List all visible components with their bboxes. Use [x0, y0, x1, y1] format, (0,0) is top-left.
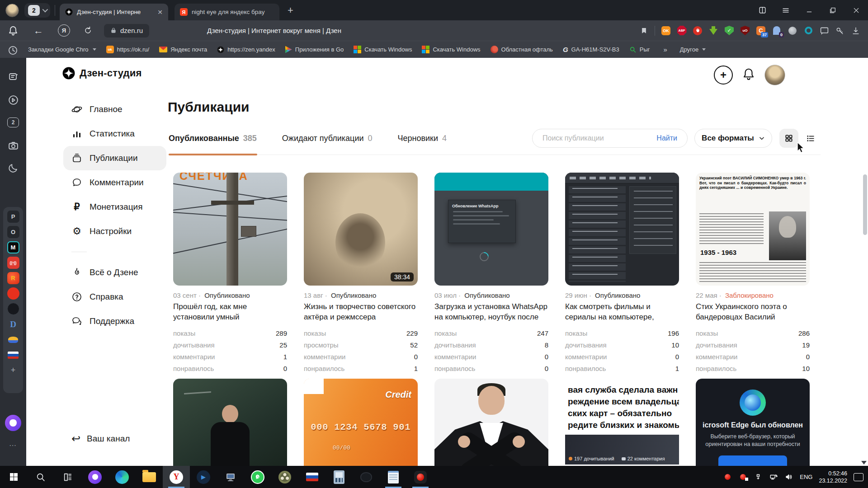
- pinned-site-bison[interactable]: [7, 333, 19, 346]
- video-play-icon[interactable]: [0, 94, 26, 106]
- formats-filter-dropdown[interactable]: Все форматы: [694, 129, 772, 148]
- tab-pending[interactable]: Ожидают публикации 0: [282, 134, 373, 143]
- ublock-origin-extension-icon[interactable]: uO: [740, 26, 750, 36]
- pinned-site-m[interactable]: M: [7, 241, 19, 253]
- downloads-icon[interactable]: [851, 26, 861, 36]
- publication-card[interactable]: [434, 379, 548, 466]
- tab-group-count[interactable]: 2: [28, 5, 40, 16]
- nav-item-help[interactable]: Справка: [63, 285, 166, 309]
- back-button[interactable]: ←: [33, 25, 43, 37]
- tab-zen-studio[interactable]: Дзен-студия | Интерне ✕: [60, 4, 168, 20]
- nav-item-settings[interactable]: ⚙ Настройки: [63, 219, 166, 244]
- overflow-chevron[interactable]: »: [664, 46, 667, 53]
- tab-group-chip[interactable]: 2: [24, 3, 50, 18]
- publication-title[interactable]: Стих Украинского поэта о бандеровцах Вас…: [696, 301, 810, 322]
- publication-thumbnail[interactable]: icrosoft Edge был обновлен Выберите веб-…: [696, 379, 810, 466]
- taskbar-explorer-button[interactable]: [136, 466, 163, 488]
- search-input[interactable]: Поиск публикации: [542, 134, 604, 142]
- task-view-button[interactable]: [54, 466, 81, 488]
- taskbar-calculator-button[interactable]: [326, 466, 353, 488]
- bookmark-windows-2[interactable]: Скачать Windows: [422, 46, 480, 53]
- notification-center-icon[interactable]: [854, 473, 863, 481]
- publication-thumbnail[interactable]: [565, 173, 679, 286]
- taskbar-alice-button[interactable]: [81, 466, 108, 488]
- publication-thumbnail[interactable]: [434, 379, 548, 466]
- publication-card[interactable]: 29 июн · Опубликовано Как смотреть фильм…: [565, 173, 679, 375]
- orange-c-extension-icon[interactable]: C37: [756, 26, 766, 36]
- taskbar-brain-button[interactable]: [353, 466, 380, 488]
- savefrom-extension-icon[interactable]: [708, 26, 718, 36]
- publication-thumbnail[interactable]: Украинский поэт ВАСИЛИЙ СИМОНЕНКО умер в…: [696, 173, 810, 286]
- pinned-site-ru-flag[interactable]: [7, 349, 19, 361]
- zen-studio-logo[interactable]: Дзен-студия: [62, 67, 142, 80]
- publication-card[interactable]: СЧЁТЧИКА 03 сент · Опубликовано Прошёл г…: [173, 173, 287, 375]
- tray-record-icon[interactable]: [723, 474, 732, 480]
- publication-card[interactable]: Обновление WhatsApp 03 июл · Опубликован…: [434, 173, 548, 375]
- maximize-button[interactable]: [821, 0, 844, 20]
- shield-check-extension-icon[interactable]: ✓: [724, 26, 734, 36]
- pinned-site-radio[interactable]: ((•)): [7, 257, 19, 269]
- publication-card[interactable]: вая служба сделала важн реждение всем вл…: [565, 379, 679, 466]
- new-tab-button[interactable]: +: [288, 5, 293, 16]
- taskbar-media-button[interactable]: [271, 466, 298, 488]
- taskbar-recorder-button[interactable]: [407, 466, 434, 488]
- bookmark-windows-1[interactable]: Скачать Windows: [354, 46, 412, 53]
- taskbar-computer-button[interactable]: [217, 466, 244, 488]
- sidebar-more-button[interactable]: ⋯: [0, 441, 26, 450]
- bookmarks-other-button[interactable]: Другое: [680, 46, 706, 53]
- cast-icon[interactable]: [819, 26, 829, 36]
- pinned-site-o[interactable]: O: [7, 226, 19, 238]
- reload-button[interactable]: [84, 26, 92, 35]
- ghostery-extension-icon[interactable]: 0: [772, 26, 782, 36]
- your-channel-link[interactable]: ↩ Ваш канал: [71, 434, 130, 444]
- feed-icon[interactable]: [0, 71, 26, 82]
- publication-thumbnail[interactable]: Credit 000 1234 5678 901 00/00: [304, 379, 418, 466]
- screenshot-icon[interactable]: [0, 140, 26, 151]
- pinned-site-d[interactable]: D: [7, 318, 19, 330]
- taskbar-flag-button[interactable]: [298, 466, 326, 488]
- browser-menu-button[interactable]: [774, 0, 797, 20]
- history-clock-icon[interactable]: [8, 45, 18, 57]
- bookmark-yandex-mail[interactable]: Яндекс почта: [159, 46, 207, 53]
- publication-thumbnail[interactable]: [173, 379, 287, 466]
- page-scrollbar-thumb[interactable]: [863, 174, 867, 235]
- bookmark-page-icon[interactable]: [639, 26, 649, 36]
- taskbar-clock[interactable]: 0:52:46 23.12.2022: [819, 470, 847, 484]
- nav-item-statistics[interactable]: Статистика: [63, 122, 166, 146]
- key-icon[interactable]: [835, 26, 845, 36]
- publication-thumbnail[interactable]: Обновление WhatsApp: [434, 173, 548, 286]
- alice-assistant-button[interactable]: [5, 415, 21, 431]
- tab-group-chevron-icon[interactable]: [42, 7, 48, 13]
- taskbar-player-button[interactable]: ▶: [190, 466, 217, 488]
- add-pinned-site-button[interactable]: +: [7, 364, 19, 376]
- publication-search[interactable]: Поиск публикации Найти: [532, 129, 688, 148]
- publication-card[interactable]: icrosoft Edge был обновлен Выберите веб-…: [696, 379, 810, 466]
- publication-card[interactable]: Credit 000 1234 5678 901 00/00: [304, 379, 418, 466]
- taskbar-search-button[interactable]: [27, 466, 54, 488]
- taskbar-notepad-button[interactable]: [380, 466, 407, 488]
- yandex-home-button[interactable]: Я: [58, 24, 70, 37]
- tab-close-icon[interactable]: ✕: [157, 9, 163, 16]
- adblock-plus-extension-icon[interactable]: ABP: [677, 26, 687, 36]
- pinned-site-brain[interactable]: [7, 303, 19, 315]
- zen-profile-avatar[interactable]: [764, 65, 785, 85]
- notifications-bell-icon[interactable]: [8, 25, 19, 38]
- keyboard-language[interactable]: ENG: [800, 474, 812, 480]
- search-submit-button[interactable]: Найти: [656, 134, 677, 142]
- volume-icon[interactable]: [784, 473, 793, 481]
- publication-title[interactable]: Загрузка и установка WhatsApp на компьют…: [434, 301, 548, 322]
- bookmark-google-play[interactable]: Приложения в Go: [285, 46, 344, 53]
- nav-item-comments[interactable]: Комментарии: [63, 170, 166, 195]
- publication-thumbnail[interactable]: СЧЁТЧИКА: [173, 173, 287, 286]
- tray-record-stop-icon[interactable]: [738, 474, 747, 480]
- side-panels-button[interactable]: [750, 0, 774, 20]
- bookmark-ok[interactable]: ok https://ok.ru/: [106, 46, 150, 53]
- bookmark-search[interactable]: Рыг: [629, 46, 650, 53]
- tab-drafts[interactable]: Черновики 4: [398, 134, 447, 143]
- pinned-site-p[interactable]: P: [7, 211, 19, 223]
- address-bar[interactable]: dzen.ru: [104, 24, 149, 38]
- nav-item-about-zen[interactable]: Всё о Дзене: [63, 260, 166, 285]
- publication-title[interactable]: Жизнь и творчество советского актёра и р…: [304, 301, 418, 322]
- publication-card[interactable]: [173, 379, 287, 466]
- tabs-counter-icon[interactable]: 2: [0, 117, 26, 127]
